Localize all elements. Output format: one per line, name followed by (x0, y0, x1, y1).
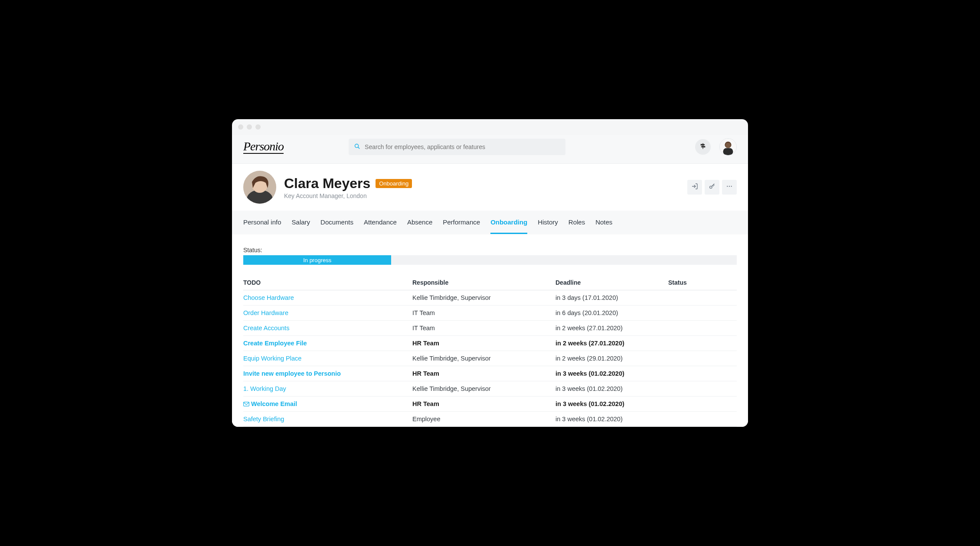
envelope-icon (243, 402, 249, 406)
tab-personal-info[interactable]: Personal info (243, 211, 281, 234)
todo-link[interactable]: Choose Hardware (243, 294, 294, 301)
svg-point-16 (731, 186, 732, 187)
tab-onboarding[interactable]: Onboarding (490, 211, 527, 234)
search-icon (354, 143, 360, 151)
tab-documents[interactable]: Documents (320, 211, 353, 234)
status-label: Status: (243, 247, 737, 254)
status-section: Status: In progress (232, 247, 748, 265)
top-header: Personio (232, 135, 748, 164)
key-icon (709, 183, 715, 192)
svg-point-14 (727, 186, 728, 187)
tab-roles[interactable]: Roles (568, 211, 585, 234)
tab-absence[interactable]: Absence (407, 211, 432, 234)
tab-content: Status: In progress TODO Responsible Dea… (232, 234, 748, 427)
deadline-cell: in 3 weeks (01.02.2020) (555, 416, 668, 422)
responsible-cell: Kellie Timbridge, Supervisor (412, 294, 555, 301)
table-row: Create Employee FileHR Teamin 2 weeks (2… (243, 336, 737, 351)
responsible-cell: HR Team (412, 400, 555, 407)
col-todo: TODO (243, 279, 412, 286)
table-row: Order HardwareIT Teamin 6 days (20.01.20… (243, 306, 737, 321)
table-row: Welcome EmailHR Teamin 3 weeks (01.02.20… (243, 396, 737, 412)
traffic-light-minimize[interactable] (247, 124, 252, 130)
col-deadline: Deadline (555, 279, 668, 286)
apps-button[interactable] (695, 139, 711, 155)
svg-rect-17 (244, 402, 249, 406)
deadline-cell: in 2 weeks (29.01.2020) (555, 355, 668, 362)
deadline-cell: in 3 weeks (01.02.2020) (555, 370, 668, 377)
table-row: Create AccountsIT Teamin 2 weeks (27.01.… (243, 321, 737, 336)
status-cell (668, 325, 737, 332)
login-icon (691, 183, 698, 192)
col-responsible: Responsible (412, 279, 555, 286)
todo-link[interactable]: Welcome Email (251, 400, 297, 407)
status-cell (668, 416, 737, 422)
profile-text-block: Clara Meyers Onboarding Key Account Mana… (284, 176, 412, 199)
svg-point-0 (355, 144, 359, 147)
table-row: Safety BriefingEmployeein 3 weeks (01.02… (243, 412, 737, 427)
responsible-cell: Employee (412, 416, 555, 422)
table-row: Equip Working PlaceKellie Timbridge, Sup… (243, 351, 737, 366)
profile-tabs: Personal infoSalaryDocumentsAttendanceAb… (232, 211, 748, 234)
table-row: 1. Working DayKellie Timbridge, Supervis… (243, 381, 737, 396)
current-user-avatar[interactable] (719, 138, 737, 156)
svg-line-1 (358, 147, 360, 149)
svg-marker-3 (701, 144, 705, 145)
profile-actions (687, 180, 737, 195)
profile-header: Clara Meyers Onboarding Key Account Mana… (232, 164, 748, 211)
responsible-cell: IT Team (412, 325, 555, 332)
responsible-cell: HR Team (412, 370, 555, 377)
permissions-button[interactable] (705, 180, 719, 195)
status-cell (668, 400, 737, 407)
signpost-icon (699, 143, 706, 151)
app-window: Personio (232, 119, 748, 427)
tab-salary[interactable]: Salary (292, 211, 310, 234)
progress-fill: In progress (243, 255, 391, 265)
table-row: Choose HardwareKellie Timbridge, Supervi… (243, 290, 737, 306)
status-cell (668, 340, 737, 347)
status-cell (668, 355, 737, 362)
deadline-cell: in 2 weeks (27.01.2020) (555, 325, 668, 332)
todo-link[interactable]: Create Employee File (243, 340, 307, 347)
tab-performance[interactable]: Performance (443, 211, 480, 234)
ellipsis-icon (726, 183, 733, 192)
status-cell (668, 294, 737, 301)
more-actions-button[interactable] (722, 180, 737, 195)
employee-name: Clara Meyers (284, 176, 370, 192)
todo-link[interactable]: Safety Briefing (243, 416, 284, 422)
status-badge: Onboarding (376, 179, 412, 188)
search-input[interactable] (365, 143, 560, 150)
todo-link[interactable]: Invite new employee to Personio (243, 370, 341, 377)
employee-subtitle: Key Account Manager, London (284, 192, 412, 199)
deadline-cell: in 2 weeks (27.01.2020) (555, 340, 668, 347)
tab-history[interactable]: History (538, 211, 558, 234)
deadline-cell: in 3 weeks (01.02.2020) (555, 400, 668, 407)
tab-attendance[interactable]: Attendance (364, 211, 397, 234)
responsible-cell: Kellie Timbridge, Supervisor (412, 385, 555, 392)
login-as-button[interactable] (687, 180, 702, 195)
todo-link[interactable]: Order Hardware (243, 309, 288, 316)
todo-link[interactable]: Equip Working Place (243, 355, 301, 362)
svg-marker-4 (701, 146, 705, 147)
svg-point-8 (725, 143, 731, 148)
progress-bar: In progress (243, 255, 737, 265)
todo-link[interactable]: 1. Working Day (243, 385, 286, 392)
responsible-cell: Kellie Timbridge, Supervisor (412, 355, 555, 362)
status-cell (668, 309, 737, 316)
employee-avatar (243, 171, 276, 204)
deadline-cell: in 3 weeks (01.02.2020) (555, 385, 668, 392)
table-header: TODO Responsible Deadline Status (243, 275, 737, 290)
traffic-light-close[interactable] (238, 124, 243, 130)
window-titlebar (232, 119, 748, 135)
responsible-cell: IT Team (412, 309, 555, 316)
traffic-light-zoom[interactable] (255, 124, 261, 130)
todo-link[interactable]: Create Accounts (243, 325, 289, 332)
svg-point-15 (729, 186, 730, 187)
status-cell (668, 370, 737, 377)
tab-notes[interactable]: Notes (595, 211, 612, 234)
svg-point-13 (710, 186, 712, 188)
brand-logo[interactable]: Personio (243, 140, 284, 154)
onboarding-table: TODO Responsible Deadline Status Choose … (232, 275, 748, 427)
deadline-cell: in 3 days (17.01.2020) (555, 294, 668, 301)
col-status: Status (668, 279, 737, 286)
global-search[interactable] (349, 139, 565, 155)
